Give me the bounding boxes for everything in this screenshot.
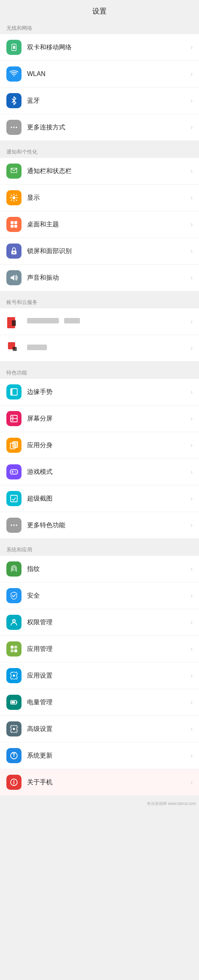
item-notification[interactable]: 通知栏和状态栏 ›: [0, 158, 199, 185]
svg-rect-8: [11, 221, 14, 224]
item-update[interactable]: 系统更新 ›: [0, 742, 199, 769]
advanced-chevron: ›: [191, 725, 193, 733]
svg-rect-9: [14, 221, 17, 224]
item-more-connect[interactable]: 更多连接方式 ›: [0, 114, 199, 140]
item-game[interactable]: 游戏模式 ›: [0, 459, 199, 485]
svg-point-4: [11, 127, 12, 128]
display-label: 显示: [27, 194, 191, 202]
item-edge[interactable]: 边缘手势 ›: [0, 379, 199, 405]
svg-point-30: [15, 471, 16, 472]
sound-icon: [6, 270, 21, 285]
wifi-label: WLAN: [27, 70, 191, 78]
desktop-icon: [6, 217, 21, 232]
svg-marker-14: [11, 275, 14, 281]
about-chevron: ›: [191, 779, 193, 786]
svg-point-33: [11, 524, 12, 526]
item-about[interactable]: 关于手机 ›: [0, 769, 199, 795]
item-bluetooth[interactable]: 蓝牙 ›: [0, 88, 199, 114]
permission-label: 权限管理: [27, 618, 191, 627]
bluetooth-label: 蓝牙: [27, 97, 191, 105]
appmanage-label: 应用管理: [27, 645, 191, 653]
display-chevron: ›: [191, 194, 193, 201]
update-label: 系统更新: [27, 752, 191, 760]
item-advanced[interactable]: 高级设置 ›: [0, 716, 199, 742]
item-sound[interactable]: 声音和振动 ›: [0, 265, 199, 291]
appsettings-chevron: ›: [191, 672, 193, 679]
splitscreen-icon: [6, 411, 21, 426]
item-clone[interactable]: 应用分身 ›: [0, 432, 199, 459]
section-header-system: 系统和应用: [0, 542, 199, 556]
section-header-account: 账号和云服务: [0, 295, 199, 308]
about-label: 关于手机: [27, 778, 191, 787]
svg-rect-16: [12, 320, 16, 326]
svg-point-31: [16, 472, 16, 473]
screenshot-chevron: ›: [191, 495, 193, 502]
item-fingerprint[interactable]: 指纹 ›: [0, 556, 199, 583]
item-security[interactable]: 安全 ›: [0, 583, 199, 609]
svg-rect-26: [13, 442, 18, 448]
item-account2[interactable]: ›: [0, 335, 199, 361]
section-notification: 通知栏和状态栏 › 显示 › 桌面和主题: [0, 158, 199, 291]
game-chevron: ›: [191, 468, 193, 475]
more-connect-label: 更多连接方式: [27, 123, 191, 132]
clone-label: 应用分身: [27, 441, 191, 450]
more-feat-label: 更多特色功能: [27, 521, 191, 530]
advanced-label: 高级设置: [27, 725, 191, 733]
fingerprint-chevron: ›: [191, 565, 193, 573]
notification-label: 通知栏和状态栏: [27, 167, 191, 175]
item-wifi[interactable]: WLAN ›: [0, 61, 199, 88]
permission-chevron: ›: [191, 619, 193, 626]
section-wireless: 双卡和移动网络 › WLAN › 蓝牙 ›: [0, 34, 199, 140]
item-account1[interactable]: ›: [0, 308, 199, 335]
svg-point-46: [13, 728, 15, 730]
edge-chevron: ›: [191, 388, 193, 396]
svg-rect-18: [13, 347, 17, 351]
clone-icon: [6, 438, 21, 453]
update-chevron: ›: [191, 752, 193, 759]
account2-chevron: ›: [191, 345, 193, 352]
item-appsettings[interactable]: 应用设置 ›: [0, 662, 199, 689]
wifi-chevron: ›: [191, 70, 193, 78]
item-splitscreen[interactable]: 屏幕分屏 ›: [0, 405, 199, 432]
security-icon: [6, 588, 21, 603]
svg-rect-40: [11, 649, 14, 652]
display-icon: [6, 190, 21, 205]
item-permission[interactable]: 权限管理 ›: [0, 609, 199, 636]
svg-rect-11: [14, 225, 17, 228]
svg-point-35: [16, 524, 18, 526]
clone-chevron: ›: [191, 442, 193, 449]
settings-list: 无线和网络 双卡和移动网络 › WLAN: [0, 21, 199, 795]
notification-icon: [6, 164, 21, 179]
item-sim[interactable]: 双卡和移动网络 ›: [0, 34, 199, 61]
account2-icon: [6, 341, 21, 356]
edge-icon: [6, 384, 21, 399]
fingerprint-label: 指纹: [27, 565, 191, 573]
item-more-feat[interactable]: 更多特色功能 ›: [0, 512, 199, 538]
item-appmanage[interactable]: 应用管理 ›: [0, 636, 199, 662]
section-system: 指纹 › 安全 › 权限管理 ›: [0, 556, 199, 795]
item-battery[interactable]: 电量管理 ›: [0, 689, 199, 716]
battery-icon: [6, 695, 21, 710]
account1-label: [27, 318, 191, 325]
item-desktop[interactable]: 桌面和主题 ›: [0, 211, 199, 238]
advanced-icon: [6, 721, 21, 736]
update-icon: [6, 748, 21, 763]
more-feat-chevron: ›: [191, 522, 193, 529]
svg-point-37: [14, 620, 15, 622]
svg-rect-1: [13, 46, 15, 49]
more-connect-icon: [6, 120, 21, 135]
sim-label: 双卡和移动网络: [27, 43, 191, 52]
svg-rect-10: [11, 225, 14, 228]
svg-point-6: [16, 127, 18, 128]
svg-rect-20: [11, 389, 13, 396]
item-display[interactable]: 显示 ›: [0, 185, 199, 211]
item-screenshot[interactable]: 超级截图 ›: [0, 485, 199, 512]
wifi-icon: [6, 66, 21, 82]
svg-point-13: [13, 252, 15, 253]
game-icon: [6, 464, 21, 479]
svg-point-3: [14, 75, 15, 76]
item-lock[interactable]: 锁屏和面部识别 ›: [0, 238, 199, 265]
svg-rect-44: [16, 701, 17, 703]
account1-chevron: ›: [191, 318, 193, 325]
bluetooth-chevron: ›: [191, 97, 193, 104]
